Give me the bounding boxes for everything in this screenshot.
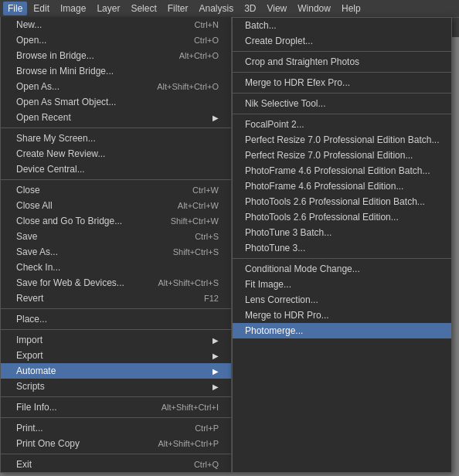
submenu-item-phototools[interactable]: PhotoTools 2.6 Professional Edition...	[233, 209, 451, 225]
submenu-item-photomerge[interactable]: Photomerge...	[233, 323, 451, 338]
menu-select[interactable]: Select	[126, 2, 161, 15]
submenu-item-merge-hdr-efex[interactable]: Merge to HDR Efex Pro...	[233, 75, 451, 90]
submenu-item-photoframe[interactable]: PhotoFrame 4.6 Professional Edition...	[233, 178, 451, 194]
menu-item-place[interactable]: Place...	[1, 311, 231, 327]
separator-1	[1, 128, 231, 128]
menu-item-close[interactable]: Close Ctrl+W	[1, 182, 231, 198]
file-dropdown: New... Ctrl+N Open... Ctrl+O Browse in B…	[0, 17, 232, 473]
menu-item-open-smart-object[interactable]: Open As Smart Object...	[1, 94, 231, 110]
menu-item-save-web[interactable]: Save for Web & Devices... Alt+Shift+Ctrl…	[1, 275, 231, 291]
menu-item-exit[interactable]: Exit Ctrl+Q	[1, 457, 231, 472]
menu-item-browse-bridge[interactable]: Browse in Bridge... Alt+Ctrl+O	[1, 48, 231, 63]
dropdown-container: New... Ctrl+N Open... Ctrl+O Browse in B…	[0, 17, 452, 473]
menu-item-automate[interactable]: Automate ▶	[1, 363, 231, 379]
automate-sep-1	[233, 51, 451, 52]
menu-window[interactable]: Window	[293, 2, 335, 15]
submenu-item-batch[interactable]: Batch...	[233, 18, 451, 33]
menu-item-device-central[interactable]: Device Central...	[1, 162, 231, 177]
submenu-item-perfect-resize[interactable]: Perfect Resize 7.0 Professional Edition.…	[233, 148, 451, 163]
menu-filter[interactable]: Filter	[163, 2, 193, 15]
menu-item-export[interactable]: Export ▶	[1, 348, 231, 363]
submenu-item-focalpoint[interactable]: FocalPoint 2...	[233, 117, 451, 132]
menu-item-open-recent[interactable]: Open Recent ▶	[1, 110, 231, 125]
separator-4	[1, 329, 231, 330]
separator-5	[1, 396, 231, 397]
automate-submenu: Batch... Create Droplet... Crop and Stra…	[232, 17, 452, 473]
menu-item-open[interactable]: Open... Ctrl+O	[1, 32, 231, 48]
menu-item-close-go-bridge[interactable]: Close and Go To Bridge... Shift+Ctrl+W	[1, 213, 231, 229]
menu-analysis[interactable]: Analysis	[194, 2, 238, 15]
menu-item-file-info[interactable]: File Info... Alt+Shift+Ctrl+I	[1, 400, 231, 415]
menu-edit[interactable]: Edit	[29, 2, 54, 15]
menu-item-save-as[interactable]: Save As... Shift+Ctrl+S	[1, 244, 231, 260]
automate-sep-4	[233, 114, 451, 114]
submenu-item-fit-image[interactable]: Fit Image...	[233, 277, 451, 292]
menu-bar: File Edit Image Layer Select Filter Anal…	[0, 0, 459, 17]
menu-item-open-as[interactable]: Open As... Alt+Shift+Ctrl+O	[1, 79, 231, 94]
submenu-item-phototune[interactable]: PhotoTune 3...	[233, 240, 451, 256]
separator-3	[1, 308, 231, 309]
menu-item-check-in[interactable]: Check In...	[1, 260, 231, 275]
menu-item-new[interactable]: New... Ctrl+N	[1, 17, 231, 32]
submenu-item-create-droplet[interactable]: Create Droplet...	[233, 33, 451, 49]
menu-item-print-one-copy[interactable]: Print One Copy Alt+Shift+Ctrl+P	[1, 436, 231, 451]
menu-item-print[interactable]: Print... Ctrl+P	[1, 420, 231, 436]
separator-6	[1, 417, 231, 418]
menu-item-scripts[interactable]: Scripts ▶	[1, 379, 231, 394]
submenu-item-lens-correction[interactable]: Lens Correction...	[233, 292, 451, 308]
menu-view[interactable]: View	[262, 2, 291, 15]
submenu-item-crop-straighten[interactable]: Crop and Straighten Photos	[233, 54, 451, 70]
menu-file[interactable]: File	[3, 2, 27, 15]
menu-item-close-all[interactable]: Close All Alt+Ctrl+W	[1, 198, 231, 213]
menu-item-create-review[interactable]: Create New Review...	[1, 146, 231, 162]
menu-item-revert[interactable]: Revert F12	[1, 291, 231, 306]
submenu-item-nik-selective[interactable]: Nik Selective Tool...	[233, 96, 451, 111]
submenu-item-phototools-batch[interactable]: PhotoTools 2.6 Professional Edition Batc…	[233, 194, 451, 209]
menu-item-browse-mini-bridge[interactable]: Browse in Mini Bridge...	[1, 63, 231, 79]
submenu-item-conditional-mode[interactable]: Conditional Mode Change...	[233, 261, 451, 277]
menu-layer[interactable]: Layer	[92, 2, 124, 15]
menu-image[interactable]: Image	[56, 2, 90, 15]
menu-item-import[interactable]: Import ▶	[1, 332, 231, 348]
automate-sep-3	[233, 93, 451, 94]
submenu-item-photoframe-batch[interactable]: PhotoFrame 4.6 Professional Edition Batc…	[233, 163, 451, 178]
menu-3d[interactable]: 3D	[240, 2, 260, 15]
automate-sep-2	[233, 72, 451, 73]
submenu-item-phototune-batch[interactable]: PhotoTune 3 Batch...	[233, 225, 451, 240]
submenu-item-merge-hdr-pro[interactable]: Merge to HDR Pro...	[233, 308, 451, 323]
submenu-item-perfect-resize-batch[interactable]: Perfect Resize 7.0 Professional Edition …	[233, 132, 451, 148]
menu-item-save[interactable]: Save Ctrl+S	[1, 229, 231, 244]
menu-item-share-screen[interactable]: Share My Screen...	[1, 131, 231, 146]
separator-2	[1, 179, 231, 180]
separator-7	[1, 454, 231, 454]
automate-sep-5	[233, 258, 451, 259]
menu-help[interactable]: Help	[337, 2, 366, 15]
